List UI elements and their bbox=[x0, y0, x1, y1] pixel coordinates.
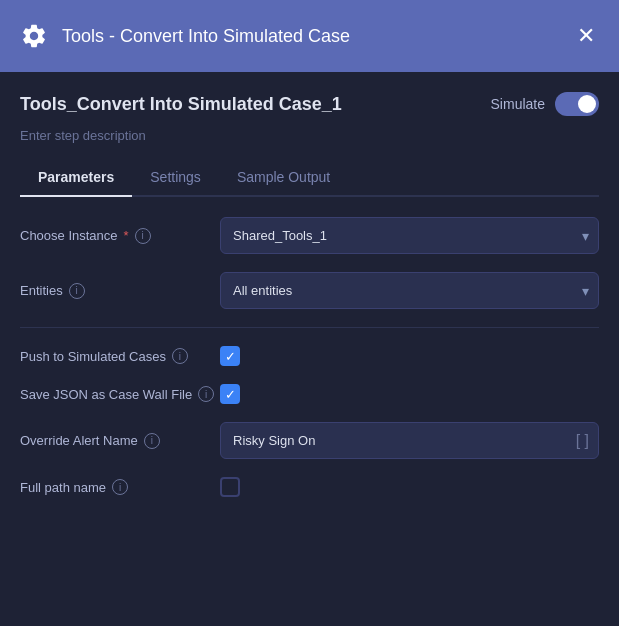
checkmark-icon: ✓ bbox=[225, 350, 236, 363]
entities-label: Entities i bbox=[20, 283, 220, 299]
entities-row: Entities i All entities ▾ bbox=[20, 272, 599, 309]
divider bbox=[20, 327, 599, 328]
save-json-label: Save JSON as Case Wall File i bbox=[20, 386, 220, 402]
gear-icon bbox=[20, 22, 48, 50]
step-title: Tools_Convert Into Simulated Case_1 bbox=[20, 94, 342, 115]
choose-instance-select-wrap: Shared_Tools_1 ▾ bbox=[220, 217, 599, 254]
entities-select[interactable]: All entities bbox=[220, 272, 599, 309]
push-simulated-label: Push to Simulated Cases i bbox=[20, 348, 220, 364]
save-json-checkbox[interactable]: ✓ bbox=[220, 384, 240, 404]
simulate-toggle[interactable] bbox=[555, 92, 599, 116]
toggle-track bbox=[555, 92, 599, 116]
header-left: Tools - Convert Into Simulated Case bbox=[20, 22, 350, 50]
close-button[interactable]: ✕ bbox=[573, 21, 599, 51]
push-simulated-row: Push to Simulated Cases i ✓ bbox=[20, 346, 599, 366]
save-json-row: Save JSON as Case Wall File i ✓ bbox=[20, 384, 599, 404]
full-path-label: Full path name i bbox=[20, 479, 220, 495]
choose-instance-label: Choose Instance * i bbox=[20, 228, 220, 244]
dialog-header: Tools - Convert Into Simulated Case ✕ bbox=[0, 0, 619, 72]
toggle-knob bbox=[578, 95, 596, 113]
full-path-row: Full path name i bbox=[20, 477, 599, 497]
tab-settings[interactable]: Settings bbox=[132, 159, 219, 197]
bracket-icon[interactable]: [ ] bbox=[576, 433, 589, 449]
tab-sample-output[interactable]: Sample Output bbox=[219, 159, 348, 197]
dialog-content: Tools_Convert Into Simulated Case_1 Simu… bbox=[0, 72, 619, 497]
simulate-label: Simulate bbox=[491, 96, 545, 112]
override-alert-info-icon[interactable]: i bbox=[144, 433, 160, 449]
entities-select-wrap: All entities ▾ bbox=[220, 272, 599, 309]
push-simulated-info-icon[interactable]: i bbox=[172, 348, 188, 364]
override-alert-row: Override Alert Name i [ ] bbox=[20, 422, 599, 459]
choose-instance-row: Choose Instance * i Shared_Tools_1 ▾ bbox=[20, 217, 599, 254]
top-row: Tools_Convert Into Simulated Case_1 Simu… bbox=[20, 92, 599, 116]
choose-instance-info-icon[interactable]: i bbox=[135, 228, 151, 244]
tabs-bar: Parameters Settings Sample Output bbox=[20, 159, 599, 197]
save-json-info-icon[interactable]: i bbox=[198, 386, 214, 402]
simulate-group: Simulate bbox=[491, 92, 599, 116]
tab-parameters[interactable]: Parameters bbox=[20, 159, 132, 197]
parameters-section: Choose Instance * i Shared_Tools_1 ▾ Ent… bbox=[20, 197, 599, 497]
entities-info-icon[interactable]: i bbox=[69, 283, 85, 299]
step-description[interactable]: Enter step description bbox=[20, 128, 599, 143]
save-json-checkmark-icon: ✓ bbox=[225, 388, 236, 401]
choose-instance-select[interactable]: Shared_Tools_1 bbox=[220, 217, 599, 254]
full-path-checkbox[interactable] bbox=[220, 477, 240, 497]
push-simulated-checkbox[interactable]: ✓ bbox=[220, 346, 240, 366]
override-alert-label: Override Alert Name i bbox=[20, 433, 220, 449]
header-title: Tools - Convert Into Simulated Case bbox=[62, 26, 350, 47]
override-alert-input[interactable] bbox=[220, 422, 599, 459]
full-path-info-icon[interactable]: i bbox=[112, 479, 128, 495]
override-alert-input-wrap: [ ] bbox=[220, 422, 599, 459]
required-marker: * bbox=[124, 228, 129, 243]
